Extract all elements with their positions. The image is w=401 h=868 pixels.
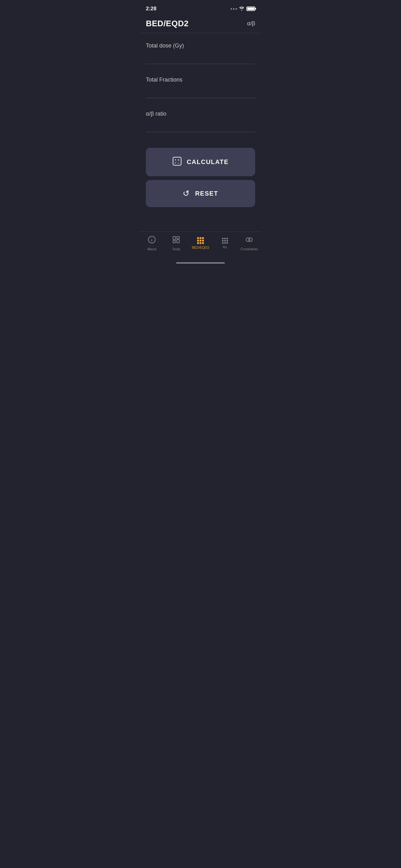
- svg-rect-11: [177, 240, 179, 243]
- home-indicator: [176, 262, 225, 264]
- nav-item-tools[interactable]: Tools: [164, 236, 188, 251]
- nav-item-about[interactable]: About: [140, 236, 164, 251]
- svg-point-7: [152, 238, 152, 239]
- bottom-nav: About Tools BED/EQD2: [140, 231, 261, 260]
- reset-label: RESET: [195, 190, 218, 197]
- bed-eqd2-icon: [197, 237, 204, 244]
- tools-icon: [172, 236, 180, 246]
- battery-icon: [246, 6, 255, 11]
- rx-icon: [222, 238, 228, 244]
- nav-item-bed-eqd2[interactable]: BED/EQD2: [188, 237, 213, 249]
- calculate-button[interactable]: + × ÷ − CALCULATE: [146, 148, 255, 176]
- total-dose-underline: [146, 64, 255, 64]
- alpha-beta-underline: [146, 132, 255, 132]
- svg-text:÷: ÷: [175, 161, 176, 165]
- reset-icon: ↺: [183, 189, 190, 198]
- status-time: 2:28: [146, 6, 157, 12]
- svg-point-13: [248, 238, 252, 242]
- alpha-beta-group: α/β ratio: [146, 111, 255, 132]
- header: BED/EQD2 α/β: [140, 16, 261, 33]
- svg-rect-8: [173, 237, 175, 240]
- svg-text:+: +: [175, 158, 177, 161]
- total-fractions-group: Total Fractions: [146, 76, 255, 98]
- svg-text:−: −: [178, 161, 180, 165]
- constraints-icon: [245, 236, 253, 246]
- total-fractions-underline: [146, 98, 255, 98]
- alpha-beta-label: α/β ratio: [146, 111, 255, 117]
- total-dose-input[interactable]: [146, 52, 255, 61]
- total-fractions-input[interactable]: [146, 86, 255, 95]
- calculate-label: CALCULATE: [187, 158, 229, 165]
- wifi-icon: [239, 6, 244, 11]
- tools-nav-label: Tools: [172, 247, 180, 251]
- total-fractions-label: Total Fractions: [146, 76, 255, 83]
- constraints-nav-label: Constraints: [240, 247, 258, 251]
- status-bar: 2:28: [140, 0, 261, 16]
- total-dose-label: Total dose (Gy): [146, 42, 255, 49]
- svg-text:×: ×: [178, 158, 180, 161]
- status-icons: [231, 6, 255, 11]
- reset-button[interactable]: ↺ RESET: [146, 180, 255, 207]
- rx-nav-label: Rx: [223, 245, 227, 249]
- svg-rect-0: [173, 157, 181, 165]
- main-content: Total dose (Gy) Total Fractions α/β rati…: [140, 33, 261, 231]
- app-title: BED/EQD2: [146, 19, 189, 28]
- about-nav-label: About: [147, 247, 157, 251]
- button-group: + × ÷ − CALCULATE ↺ RESET: [146, 148, 255, 207]
- svg-rect-9: [173, 241, 175, 243]
- svg-rect-10: [177, 237, 179, 239]
- total-dose-group: Total dose (Gy): [146, 42, 255, 64]
- signal-dots-icon: [231, 8, 237, 10]
- about-icon: [148, 236, 156, 246]
- alpha-beta-input[interactable]: [146, 120, 255, 129]
- nav-item-constraints[interactable]: Constraints: [237, 236, 261, 251]
- nav-item-rx[interactable]: Rx: [213, 238, 237, 249]
- calculate-icon: + × ÷ −: [172, 157, 182, 167]
- alpha-beta-header: α/β: [247, 20, 255, 27]
- bed-eqd2-nav-label: BED/EQD2: [192, 246, 209, 249]
